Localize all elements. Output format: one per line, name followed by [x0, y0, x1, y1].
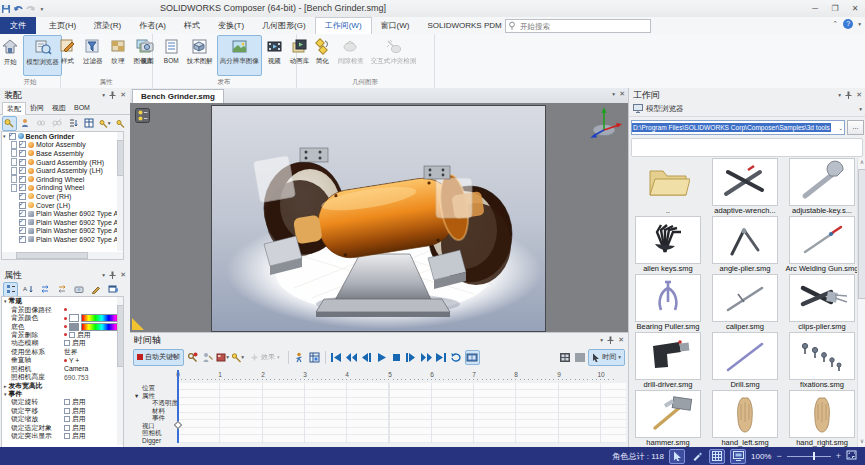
timeline-tracks[interactable]: [177, 383, 626, 443]
close-icon[interactable]: ✕: [856, 91, 862, 99]
doc-list-icon[interactable]: ▾: [612, 91, 615, 97]
checkbox-icon[interactable]: [64, 425, 70, 431]
zoom-slider-thumb[interactable]: [813, 452, 816, 460]
simplify-button[interactable]: 简化: [311, 35, 334, 76]
viewport[interactable]: [130, 103, 628, 332]
file-item[interactable]: fixations.smg: [785, 332, 857, 390]
scroll-up-icon[interactable]: ∧: [858, 158, 865, 167]
render-area[interactable]: [211, 105, 546, 332]
panel-menu-icon[interactable]: ▾: [102, 92, 105, 98]
track-label[interactable]: Digger: [142, 437, 161, 444]
expander-icon[interactable]: ▾: [3, 133, 6, 139]
zoom-out-icon[interactable]: −: [776, 451, 781, 461]
tab-geometry[interactable]: 几何图形(G): [253, 17, 315, 34]
set-key-icon[interactable]: [186, 351, 199, 364]
save-icon[interactable]: [0, 3, 12, 15]
checkbox-icon[interactable]: [19, 141, 26, 148]
file-item[interactable]: Bearing Puller.smg: [631, 274, 705, 332]
ribbon-collapse-icon[interactable]: ⌃: [832, 20, 838, 28]
file-item[interactable]: caliper.smg: [708, 274, 782, 332]
minimize-button[interactable]: ─: [805, 1, 825, 16]
filters-button[interactable]: 过滤器: [80, 35, 106, 76]
pin-icon[interactable]: [845, 91, 852, 100]
maximize-button[interactable]: ❐: [825, 1, 845, 16]
undo-icon[interactable]: [12, 3, 24, 15]
search-input[interactable]: [518, 21, 642, 32]
file-item[interactable]: Drill.smg: [708, 332, 782, 390]
checkbox-icon[interactable]: [9, 133, 16, 140]
checkbox-icon[interactable]: [19, 202, 26, 209]
checkbox-icon[interactable]: [19, 210, 26, 217]
categorized-icon[interactable]: [3, 282, 18, 297]
checkbox-icon[interactable]: [19, 219, 26, 226]
viewport-anchor-icon[interactable]: [135, 108, 150, 125]
technical-illustration-button[interactable]: 技术图解: [184, 35, 216, 76]
close-icon[interactable]: ✕: [120, 91, 126, 99]
key2-icon[interactable]: [113, 116, 128, 131]
file-item[interactable]: drill-driver.smg: [631, 332, 705, 390]
file-item[interactable]: clips-plier.smg: [785, 274, 857, 332]
fast-forward-icon[interactable]: [420, 351, 433, 364]
checkbox-icon[interactable]: [19, 159, 26, 166]
redo-icon[interactable]: [24, 3, 36, 15]
pin-icon[interactable]: [607, 336, 614, 345]
property-row[interactable]: 锁定突出显示启用▾: [2, 432, 123, 440]
playhead[interactable]: [177, 370, 179, 443]
fit-screen-icon[interactable]: [846, 450, 857, 462]
video-button[interactable]: 视频: [263, 35, 286, 76]
pin-icon[interactable]: [109, 271, 116, 280]
key-dropdown-icon[interactable]: ▾: [97, 116, 112, 131]
close-icon[interactable]: ✕: [618, 336, 624, 344]
checkbox-icon[interactable]: [64, 340, 70, 346]
file-item[interactable]: ..: [631, 158, 705, 216]
sort-az-icon[interactable]: [66, 116, 81, 131]
tree-vertical-scrollbar[interactable]: [117, 132, 123, 251]
time-mode-button[interactable]: 时间▾: [588, 349, 625, 366]
tab-transform[interactable]: 变换(T): [209, 17, 253, 34]
panel-menu-icon[interactable]: ▾: [102, 272, 105, 278]
help-icon[interactable]: ?: [843, 19, 853, 29]
high-res-image-button[interactable]: 高分辨率图像: [217, 35, 262, 76]
select-mode-icon[interactable]: [669, 449, 685, 464]
tab-bom[interactable]: BOM: [70, 102, 94, 114]
rewind-icon[interactable]: [345, 351, 358, 364]
checkbox-icon[interactable]: [19, 184, 26, 191]
file-item[interactable]: hammer.smg: [631, 390, 705, 447]
tab-author[interactable]: 作者(A): [130, 17, 175, 34]
zoom-in-icon[interactable]: +: [836, 451, 841, 461]
edit-props-icon[interactable]: [88, 282, 103, 297]
tab-collaborate[interactable]: 协同: [26, 102, 48, 114]
document-tab[interactable]: Bench Grinder.smg: [132, 89, 224, 104]
textures-button[interactable]: 纹理: [107, 35, 130, 76]
zoom-slider[interactable]: [787, 451, 831, 461]
scroll-down-icon[interactable]: ∨: [858, 437, 865, 446]
actor-icon[interactable]: [18, 116, 33, 131]
tab-views[interactable]: 视图: [48, 102, 70, 114]
properties-scrollbar[interactable]: [117, 297, 123, 445]
alphabetical-icon[interactable]: A: [20, 282, 35, 297]
grid-mode-icon[interactable]: [709, 449, 725, 464]
animate-actor-icon[interactable]: [293, 351, 306, 364]
file-item[interactable]: adaptive-wrench...: [708, 158, 782, 216]
bom-button[interactable]: BOM: [160, 35, 183, 76]
filter-box[interactable]: [631, 138, 863, 157]
help-dropdown-icon[interactable]: ▾: [858, 21, 861, 27]
checkbox-icon[interactable]: [19, 176, 26, 183]
workshop-selector-dropdown-icon[interactable]: ▾: [859, 106, 862, 112]
views-button[interactable]: 视图: [136, 35, 159, 76]
frames-sheet-icon[interactable]: [558, 351, 571, 364]
tab-styles[interactable]: 样式: [175, 17, 209, 34]
go-start-icon[interactable]: [330, 351, 343, 364]
close-button[interactable]: ✕: [845, 1, 865, 16]
play-icon[interactable]: [375, 351, 388, 364]
search-box[interactable]: [505, 19, 651, 33]
actor-key-icon[interactable]: [201, 351, 214, 364]
panel-menu-icon[interactable]: ▾: [838, 92, 841, 98]
path-combobox[interactable]: D:\Program Files\SOLIDWORKS Corp\Compose…: [631, 120, 845, 135]
styles-button[interactable]: 样式: [56, 35, 79, 76]
browse-button[interactable]: ...: [847, 120, 864, 135]
loop-icon[interactable]: [450, 351, 463, 364]
new-window-icon[interactable]: [105, 282, 120, 297]
tab-workshops[interactable]: 工作间(W): [315, 17, 372, 35]
path-dropdown-icon[interactable]: ⌄: [838, 125, 843, 131]
